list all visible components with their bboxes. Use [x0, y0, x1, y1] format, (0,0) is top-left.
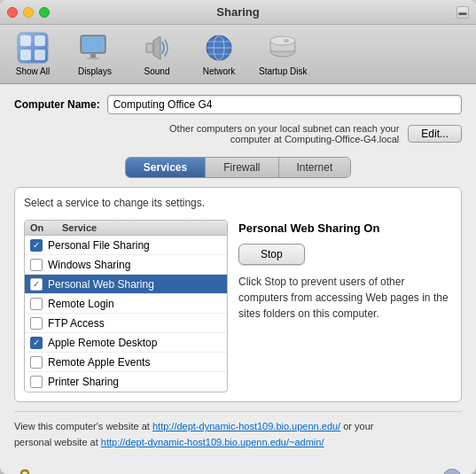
service-checkbox[interactable]: [30, 317, 43, 330]
svg-rect-9: [146, 43, 153, 52]
show-all-icon: [17, 32, 49, 64]
col-on-header: On: [30, 222, 62, 233]
list-header: On Service: [25, 221, 227, 236]
svg-rect-3: [20, 50, 31, 60]
help-button[interactable]: ?: [442, 469, 462, 474]
sound-icon: [141, 32, 173, 64]
local-address-row: Other computers on your local subnet can…: [14, 123, 462, 144]
service-label: Personal File Sharing: [48, 239, 150, 252]
list-item[interactable]: Remote Login: [25, 294, 227, 314]
service-checkbox[interactable]: [30, 278, 43, 291]
service-label: Apple Remote Desktop: [48, 337, 157, 349]
toolbar-item-sound[interactable]: Sound: [135, 32, 179, 76]
col-service-header: Service: [62, 222, 222, 233]
list-item[interactable]: Remote Apple Events: [25, 353, 227, 372]
toolbar-item-startup-disk[interactable]: Startup Disk: [259, 32, 307, 76]
computer-name-row: Computer Name:: [14, 95, 462, 114]
minimize-button[interactable]: [23, 7, 34, 18]
displays-icon: [79, 32, 111, 64]
svg-point-19: [284, 39, 289, 43]
window-title: Sharing: [216, 5, 259, 19]
startup-disk-label: Startup Disk: [259, 66, 307, 76]
panel-body: On Service Personal File Sharing Windows…: [24, 220, 452, 392]
service-checkbox[interactable]: [30, 376, 43, 388]
title-bar: Sharing ▬: [0, 0, 476, 25]
service-checkbox[interactable]: [30, 356, 43, 369]
traffic-lights: [7, 7, 50, 18]
service-checkbox[interactable]: [30, 239, 43, 252]
sharing-window: Sharing ▬: [0, 0, 476, 474]
services-panel: Select a service to change its settings.…: [14, 187, 462, 402]
footer-link1[interactable]: http://dept-dynamic-host109.bio.upenn.ed…: [152, 421, 340, 431]
service-label: Personal Web Sharing: [48, 278, 154, 291]
service-label: Remote Apple Events: [48, 356, 150, 369]
svg-point-18: [270, 36, 295, 45]
svg-rect-1: [20, 35, 31, 46]
tab-firewall[interactable]: Firewall: [206, 158, 278, 177]
displays-label: Displays: [78, 66, 112, 76]
service-label: FTP Access: [48, 317, 105, 330]
lock-row: Click the lock to prevent further change…: [14, 468, 219, 474]
collapse-button[interactable]: ▬: [456, 6, 469, 19]
service-label: Remote Login: [48, 298, 114, 310]
show-all-label: Show All: [16, 66, 50, 76]
list-item[interactable]: Personal Web Sharing: [25, 275, 227, 294]
svg-rect-2: [35, 35, 45, 46]
service-detail: Personal Web Sharing On Stop Click Stop …: [238, 220, 452, 392]
service-label: Printer Sharing: [48, 376, 119, 388]
svg-marker-10: [153, 36, 160, 59]
computer-name-label: Computer Name:: [14, 98, 100, 111]
service-label: Windows Sharing: [48, 259, 130, 271]
service-status: Personal Web Sharing On: [238, 221, 452, 235]
computer-name-input[interactable]: [107, 95, 462, 114]
local-address-text: Other computers on your local subnet can…: [14, 123, 399, 144]
toolbar: Show All Displays: [0, 25, 476, 84]
toolbar-item-displays[interactable]: Displays: [73, 32, 117, 76]
services-list: On Service Personal File Sharing Windows…: [24, 220, 228, 392]
content-area: Computer Name: Other computers on your l…: [0, 84, 476, 474]
tabs-container: Services Firewall Internet: [14, 157, 462, 178]
service-description: Click Stop to prevent users of other com…: [238, 274, 452, 322]
close-button[interactable]: [7, 7, 18, 18]
service-checkbox[interactable]: [30, 298, 43, 310]
stop-button[interactable]: Stop: [238, 244, 305, 265]
panel-instruction: Select a service to change its settings.: [24, 197, 452, 209]
list-item[interactable]: Apple Remote Desktop: [25, 333, 227, 353]
network-label: Network: [203, 66, 236, 76]
tab-services[interactable]: Services: [126, 158, 206, 177]
toolbar-item-show-all[interactable]: Show All: [11, 32, 55, 76]
edit-button[interactable]: Edit...: [408, 125, 462, 143]
list-item[interactable]: Printer Sharing: [25, 372, 227, 392]
list-item[interactable]: FTP Access: [25, 314, 227, 333]
maximize-button[interactable]: [39, 7, 50, 18]
footer-link2[interactable]: http://dept-dynamic-host109.bio.upenn.ed…: [101, 437, 324, 447]
svg-rect-6: [82, 36, 105, 52]
service-checkbox[interactable]: [30, 337, 43, 349]
svg-rect-7: [90, 54, 96, 58]
sound-label: Sound: [144, 66, 170, 76]
toolbar-item-network[interactable]: Network: [197, 32, 241, 76]
svg-rect-8: [87, 58, 99, 59]
svg-rect-4: [35, 50, 45, 60]
tab-internet[interactable]: Internet: [279, 158, 351, 177]
list-item[interactable]: Windows Sharing: [25, 255, 227, 275]
lock-icon[interactable]: [14, 468, 35, 474]
tabs: Services Firewall Internet: [125, 157, 351, 178]
startup-disk-icon: [267, 32, 299, 64]
footer-bottom: Click the lock to prevent further change…: [14, 462, 462, 474]
service-checkbox[interactable]: [30, 259, 43, 271]
network-icon: [203, 32, 235, 64]
list-item[interactable]: Personal File Sharing: [25, 236, 227, 255]
footer-links: View this computer's website at http://d…: [14, 411, 462, 454]
